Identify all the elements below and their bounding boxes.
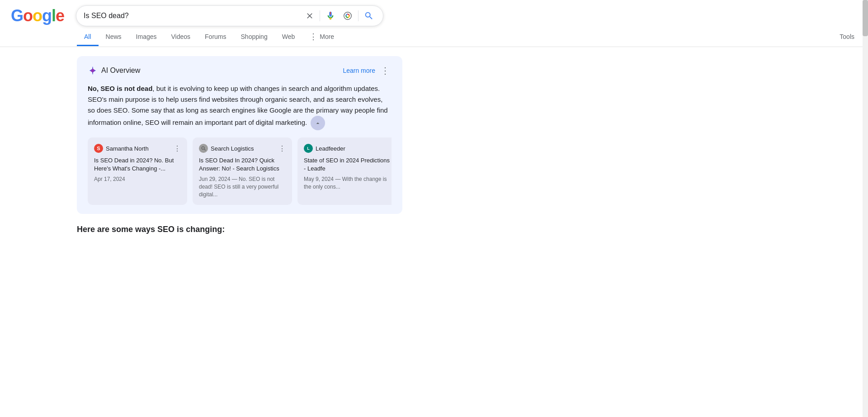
ai-overview: AI Overview Learn more ⋮ No, SEO is not … bbox=[77, 56, 402, 214]
logo-e: e bbox=[56, 6, 64, 25]
search-bar: Is SEO dead? bbox=[76, 5, 383, 26]
source-card-0-more-button[interactable]: ⋮ bbox=[174, 144, 181, 153]
logo-l: l bbox=[52, 6, 56, 25]
search-icon bbox=[364, 11, 374, 21]
source-card-1-more-button[interactable]: ⋮ bbox=[278, 144, 286, 153]
ai-sparkle-icon bbox=[88, 66, 98, 76]
source-card-1-header: Search Logistics ⋮ bbox=[199, 144, 286, 153]
tab-news[interactable]: News bbox=[99, 28, 129, 46]
ways-section-title: Here are some ways SEO is changing: bbox=[77, 225, 407, 234]
google-logo: Google bbox=[11, 6, 64, 25]
scrollbar-thumb[interactable] bbox=[863, 0, 868, 36]
ai-overview-actions: Learn more ⋮ bbox=[343, 65, 392, 76]
source-card-2-header: L Leadfeeder bbox=[304, 144, 391, 153]
ways-section: Here are some ways SEO is changing: bbox=[77, 225, 407, 234]
google-lens-button[interactable] bbox=[341, 9, 354, 23]
source-card-0-title: Is SEO Dead in 2024? No. But Here's What… bbox=[94, 156, 181, 173]
scrollbar[interactable] bbox=[863, 0, 868, 247]
source-card-2-author: L Leadfeeder bbox=[304, 144, 345, 153]
source-card-1-title: Is SEO Dead In 2024? Quick Answer: No! -… bbox=[199, 156, 286, 173]
source-card-1-author: Search Logistics bbox=[199, 144, 254, 153]
learn-more-link[interactable]: Learn more bbox=[343, 67, 375, 74]
source-card-2[interactable]: L Leadfeeder State of SEO in 2024 Predic… bbox=[297, 137, 392, 205]
tab-images[interactable]: Images bbox=[129, 28, 164, 46]
logo-g2: g bbox=[42, 6, 52, 25]
more-dots-icon: ⋮ bbox=[309, 33, 318, 41]
collapse-ai-overview-button[interactable] bbox=[311, 116, 325, 130]
header: Google Is SEO dead? bbox=[0, 0, 868, 26]
ai-bold-phrase: No, SEO is not dead bbox=[88, 85, 152, 92]
search-submit-button[interactable] bbox=[362, 9, 376, 23]
source-card-0-date: Apr 17, 2024 bbox=[94, 175, 181, 183]
ai-overview-header: AI Overview Learn more ⋮ bbox=[88, 65, 392, 76]
source-card-0-header: S Samantha North ⋮ bbox=[94, 144, 181, 153]
tab-videos[interactable]: Videos bbox=[164, 28, 198, 46]
microphone-icon bbox=[326, 11, 335, 21]
tab-all[interactable]: All bbox=[77, 28, 99, 46]
chevron-up-icon bbox=[314, 119, 321, 127]
svg-rect-1 bbox=[330, 14, 331, 16]
tab-more[interactable]: ⋮ More bbox=[302, 28, 341, 47]
source-cards: S Samantha North ⋮ Is SEO Dead in 2024? … bbox=[88, 137, 392, 205]
source-avatar-1 bbox=[199, 144, 208, 153]
source-avatar-2: L bbox=[304, 144, 313, 153]
search-input[interactable]: Is SEO dead? bbox=[84, 12, 300, 20]
clear-button[interactable] bbox=[303, 9, 316, 22]
logo-o2: o bbox=[33, 6, 42, 25]
logo-o1: o bbox=[23, 6, 33, 25]
ai-overview-title: AI Overview bbox=[88, 66, 140, 76]
tab-forums[interactable]: Forums bbox=[198, 28, 233, 46]
close-icon bbox=[305, 11, 314, 20]
source-card-1-meta: Jun 29, 2024 — No. SEO is not dead! SEO … bbox=[199, 175, 286, 198]
lens-icon bbox=[343, 11, 353, 21]
source-card-0-author: S Samantha North bbox=[94, 144, 149, 153]
tab-web[interactable]: Web bbox=[275, 28, 302, 46]
source-card-0[interactable]: S Samantha North ⋮ Is SEO Dead in 2024? … bbox=[88, 137, 187, 205]
nav-tabs: All News Images Videos Forums Shopping W… bbox=[0, 28, 868, 47]
search-bar-container: Is SEO dead? bbox=[76, 5, 383, 26]
svg-rect-0 bbox=[330, 12, 331, 14]
ai-overview-more-button[interactable]: ⋮ bbox=[379, 65, 392, 76]
svg-point-4 bbox=[344, 12, 352, 20]
source-card-2-meta: May 9, 2024 — With the change is the onl… bbox=[304, 175, 391, 191]
source-card-1[interactable]: Search Logistics ⋮ Is SEO Dead In 2024? … bbox=[193, 137, 292, 205]
tab-shopping[interactable]: Shopping bbox=[234, 28, 275, 46]
main-content: AI Overview Learn more ⋮ No, SEO is not … bbox=[0, 47, 407, 247]
search-bar-divider2 bbox=[358, 10, 359, 21]
logo-g: G bbox=[11, 6, 23, 25]
source-avatar-0: S bbox=[94, 144, 103, 153]
search-bar-divider bbox=[320, 10, 320, 21]
microphone-button[interactable] bbox=[324, 9, 337, 23]
source-card-2-title: State of SEO in 2024 Predictions - Leadf… bbox=[304, 156, 391, 173]
ai-overview-text: No, SEO is not dead, but it is evolving … bbox=[88, 83, 392, 130]
